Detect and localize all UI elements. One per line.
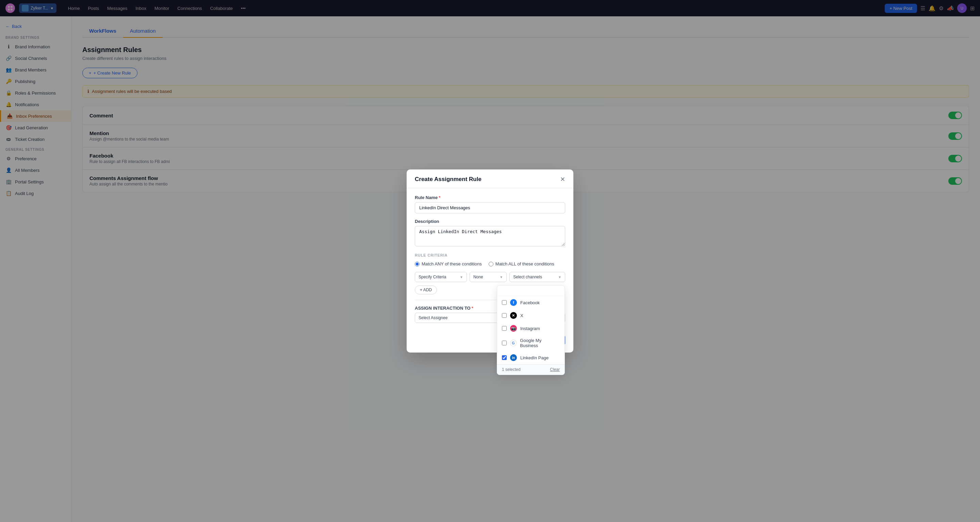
channel-option-linkedin[interactable]: in LinkedIn Page	[497, 351, 565, 364]
match-condition-group: Match ANY of these conditions Match ALL …	[415, 261, 565, 266]
create-assignment-rule-modal: Create Assignment Rule ✕ Rule Name * Des…	[407, 169, 573, 353]
instagram-checkbox[interactable]	[502, 326, 507, 331]
facebook-checkbox[interactable]	[502, 300, 507, 305]
description-textarea[interactable]: Assign LinkedIn Direct Messages	[415, 226, 565, 247]
rule-criteria-title: RULE CRITERIA	[415, 253, 565, 257]
criteria-row: Specify Criteria ▼ None ▼ Select channel…	[415, 272, 565, 282]
dropdown-footer: 1 selected Clear	[497, 364, 565, 375]
channel-search-container	[497, 285, 565, 296]
rule-name-group: Rule Name *	[415, 195, 565, 213]
match-all-radio[interactable]	[488, 262, 493, 266]
google-icon: G	[510, 340, 517, 346]
x-checkbox[interactable]	[502, 313, 507, 318]
match-all-radio-label[interactable]: Match ALL of these conditions	[488, 261, 554, 266]
channel-option-google[interactable]: G Google My Business	[497, 335, 565, 351]
channel-option-facebook[interactable]: f Facebook	[497, 296, 565, 309]
rule-name-input[interactable]	[415, 202, 565, 213]
channel-option-x[interactable]: ✕ X	[497, 309, 565, 322]
chevron-down-icon: ▼	[500, 275, 503, 279]
clear-selection-button[interactable]: Clear	[550, 367, 560, 372]
modal-body: Rule Name * Description Assign LinkedIn …	[407, 188, 573, 330]
chevron-down-icon: ▼	[460, 275, 463, 279]
selected-count: 1 selected	[502, 367, 520, 372]
modal-overlay[interactable]: Create Assignment Rule ✕ Rule Name * Des…	[0, 0, 980, 522]
linkedin-icon: in	[510, 354, 517, 361]
channel-option-instagram[interactable]: 📷 Instagram	[497, 322, 565, 335]
specify-criteria-select[interactable]: Specify Criteria ▼	[415, 272, 467, 282]
description-label: Description	[415, 219, 565, 224]
required-indicator: *	[439, 195, 440, 200]
none-select[interactable]: None ▼	[469, 272, 507, 282]
modal-close-button[interactable]: ✕	[560, 176, 565, 183]
google-checkbox[interactable]	[502, 341, 507, 345]
modal-title: Create Assignment Rule	[415, 176, 482, 183]
x-icon: ✕	[510, 312, 517, 319]
facebook-icon: f	[510, 299, 517, 306]
modal-header: Create Assignment Rule ✕	[407, 169, 573, 188]
match-any-radio[interactable]	[415, 262, 420, 266]
required-indicator: *	[472, 306, 473, 311]
chevron-down-icon: ▼	[558, 275, 562, 279]
channels-dropdown: f Facebook ✕ X 📷 Instagram	[497, 285, 565, 375]
channel-search-input[interactable]	[501, 288, 560, 293]
description-group: Description Assign LinkedIn Direct Messa…	[415, 219, 565, 248]
match-any-radio-label[interactable]: Match ANY of these conditions	[415, 261, 482, 266]
rule-name-label: Rule Name *	[415, 195, 565, 200]
linkedin-checkbox[interactable]	[502, 355, 507, 360]
instagram-icon: 📷	[510, 325, 517, 332]
select-channels-select[interactable]: Select channels ▼ f Facebook	[509, 272, 565, 282]
add-criteria-button[interactable]: + ADD	[415, 285, 437, 294]
